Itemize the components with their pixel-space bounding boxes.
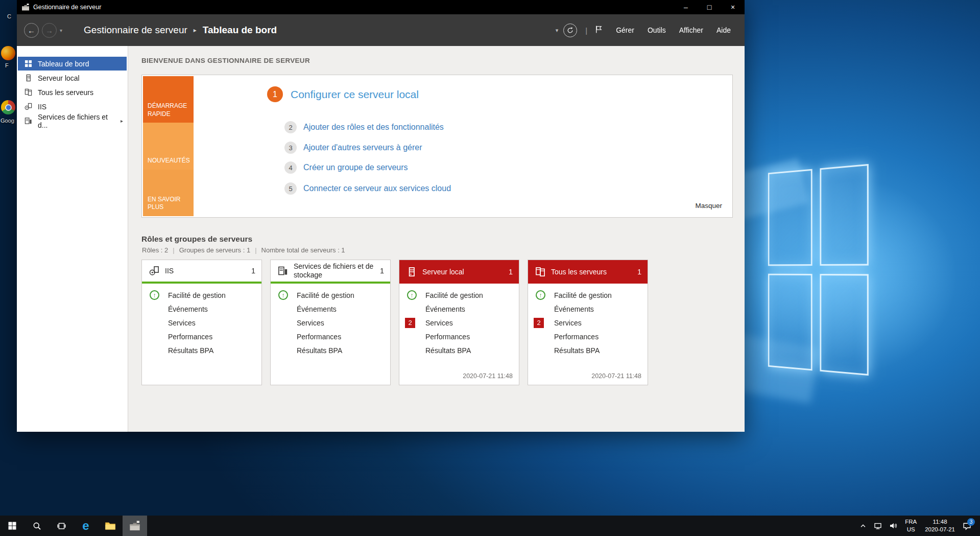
back-button[interactable]: ← <box>24 23 39 38</box>
server-icon <box>25 74 32 82</box>
services-alert-badge: 2 <box>405 318 415 328</box>
servers-total-count: Nombre total de serveurs : 1 <box>261 246 345 254</box>
tile-item-manageability[interactable]: ↑ Facilité de gestion <box>271 288 390 302</box>
tile-item-label: Performances <box>554 333 599 341</box>
tile-item-bpa[interactable]: Résultats BPA <box>271 343 390 357</box>
minimize-button[interactable]: – <box>674 0 698 14</box>
tile-item-performance[interactable]: Performances <box>528 330 648 343</box>
sidebar-item-label: Tous les serveurs <box>38 88 93 97</box>
step-link: Connecter ce serveur aux services cloud <box>303 184 451 193</box>
server-manager-icon <box>129 520 140 531</box>
sidebar-item-all-servers[interactable]: Tous les serveurs <box>18 85 127 99</box>
tile-item-bpa[interactable]: Résultats BPA <box>142 343 261 357</box>
tile-item-performance[interactable]: Performances <box>142 330 261 343</box>
tile-item-events[interactable]: Événements <box>528 302 648 316</box>
close-button[interactable]: × <box>721 0 745 14</box>
welcome-steps: 1 Configurer ce serveur local 2 Ajouter … <box>194 76 731 216</box>
menu-help[interactable]: Aide <box>710 14 737 46</box>
tile-all-servers-header[interactable]: Tous les serveurs 1 <box>528 260 648 284</box>
tile-item-services[interactable]: 2 Services <box>528 316 648 330</box>
sidebar-item-iis[interactable]: IIS <box>18 100 127 113</box>
desktop-icon-label[interactable]: C <box>7 13 11 19</box>
tile-title: Services de fichiers et de stockage <box>294 262 374 279</box>
window-title: Gestionnaire de serveur <box>33 4 101 11</box>
search-icon <box>33 522 41 530</box>
logo-pane <box>768 169 812 266</box>
tile-item-manageability[interactable]: ↑ Facilité de gestion <box>142 288 261 302</box>
expand-chevron-icon[interactable]: ▸ <box>121 118 123 124</box>
start-button[interactable] <box>0 516 25 536</box>
maximize-button[interactable]: □ <box>698 0 721 14</box>
tile-iis-header[interactable]: IIS 1 <box>142 260 261 284</box>
tile-item-services[interactable]: Services <box>271 316 390 330</box>
menu-tools[interactable]: Outils <box>641 14 673 46</box>
tile-item-bpa[interactable]: Résultats BPA <box>528 343 648 357</box>
tile-all-servers: Tous les serveurs 1 ↑ Facilité de gestio… <box>528 260 648 385</box>
step-link: Configurer ce serveur local <box>291 88 419 101</box>
server-manager-taskbar-button[interactable] <box>123 516 147 536</box>
tile-item-list: ↑ Facilité de gestion Événements 2 Servi… <box>528 284 648 357</box>
language-indicator[interactable]: FRA US <box>901 518 921 533</box>
clock[interactable]: 11:48 2020-07-21 <box>921 518 959 533</box>
desktop-icon-label[interactable]: F <box>5 62 9 68</box>
sidebar-item-local-server[interactable]: Serveur local <box>18 71 127 85</box>
history-dropdown-icon[interactable]: ▾ <box>60 28 62 33</box>
breadcrumb-root[interactable]: Gestionnaire de serveur <box>84 25 187 36</box>
sidebar-item-dashboard[interactable]: Tableau de bord <box>18 57 127 71</box>
tile-item-label: Événements <box>168 305 208 313</box>
tile-item-services[interactable]: 2 Services <box>399 316 519 330</box>
edge-button[interactable]: e <box>74 516 98 536</box>
language-primary: FRA <box>905 518 917 526</box>
forward-button[interactable]: → <box>42 23 57 38</box>
tray-overflow-button[interactable] <box>856 516 870 536</box>
tile-item-events[interactable]: Événements <box>399 302 519 316</box>
tile-item-bpa[interactable]: Résultats BPA <box>399 343 519 357</box>
tile-item-manageability[interactable]: ↑ Facilité de gestion <box>528 288 648 302</box>
tile-item-label: Événements <box>554 305 594 313</box>
step-add-servers[interactable]: 3 Ajouter d'autres serveurs à gérer <box>284 142 422 154</box>
tile-item-events[interactable]: Événements <box>142 302 261 316</box>
hide-welcome-link[interactable]: Masquer <box>695 202 722 209</box>
tile-item-performance[interactable]: Performances <box>399 330 519 343</box>
taskbar-search-button[interactable] <box>25 516 49 536</box>
step-number: 3 <box>284 142 297 154</box>
sidebar-item-file-services[interactable]: Services de fichiers et d... ▸ <box>18 114 127 128</box>
step-connect-cloud[interactable]: 5 Connecter ce serveur aux services clou… <box>284 182 451 195</box>
chrome-icon[interactable] <box>1 100 15 114</box>
tile-file-services-header[interactable]: Services de fichiers et de stockage 1 <box>271 260 390 284</box>
refresh-button[interactable] <box>563 24 577 37</box>
manageability-up-icon: ↑ <box>150 290 159 300</box>
tile-item-manageability[interactable]: ↑ Facilité de gestion <box>399 288 519 302</box>
taskbar: e FRA US 11:48 2020-07-21 3 <box>0 516 980 536</box>
learn-more-tab[interactable]: EN SAVOIR PLUS <box>143 170 194 216</box>
notifications-dropdown-icon[interactable]: ▾ <box>552 27 563 34</box>
desktop-icon-label[interactable]: Goog <box>1 118 14 124</box>
welcome-tile: DÉMARRAGE RAPIDE NOUVEAUTÉS EN SAVOIR PL… <box>141 75 733 218</box>
volume-button[interactable] <box>886 516 901 536</box>
server-icon <box>407 267 417 277</box>
whats-new-tab[interactable]: NOUVEAUTÉS <box>143 123 194 169</box>
task-view-button[interactable] <box>49 516 74 536</box>
step-add-roles[interactable]: 2 Ajouter des rôles et des fonctionnalit… <box>284 121 444 133</box>
tile-title: Tous les serveurs <box>551 268 632 276</box>
step-create-server-group[interactable]: 4 Créer un groupe de serveurs <box>284 161 408 174</box>
tile-file-services: Services de fichiers et de stockage 1 ↑ … <box>270 260 391 385</box>
chevron-up-icon <box>859 522 867 529</box>
step-configure-local-server[interactable]: 1 Configurer ce serveur local <box>267 86 419 102</box>
menu-view[interactable]: Afficher <box>673 14 710 46</box>
tile-item-performance[interactable]: Performances <box>271 330 390 343</box>
tile-item-events[interactable]: Événements <box>271 302 390 316</box>
system-tray: FRA US 11:48 2020-07-21 3 <box>856 516 980 536</box>
tile-iis: IIS 1 ↑ Facilité de gestion Événements S… <box>141 260 262 385</box>
step-link: Créer un groupe de serveurs <box>303 163 408 172</box>
tile-local-server-header[interactable]: Serveur local 1 <box>399 260 519 284</box>
notifications-flag-button[interactable] <box>594 25 603 35</box>
quick-start-tab[interactable]: DÉMARRAGE RAPIDE <box>143 76 194 123</box>
menu-manage[interactable]: Gérer <box>609 14 641 46</box>
action-center-button[interactable]: 3 <box>959 516 975 536</box>
firefox-icon[interactable] <box>1 46 15 60</box>
file-explorer-button[interactable] <box>98 516 123 536</box>
tile-title: Serveur local <box>422 268 503 276</box>
network-button[interactable] <box>870 516 886 536</box>
tile-item-services[interactable]: Services <box>142 316 261 330</box>
